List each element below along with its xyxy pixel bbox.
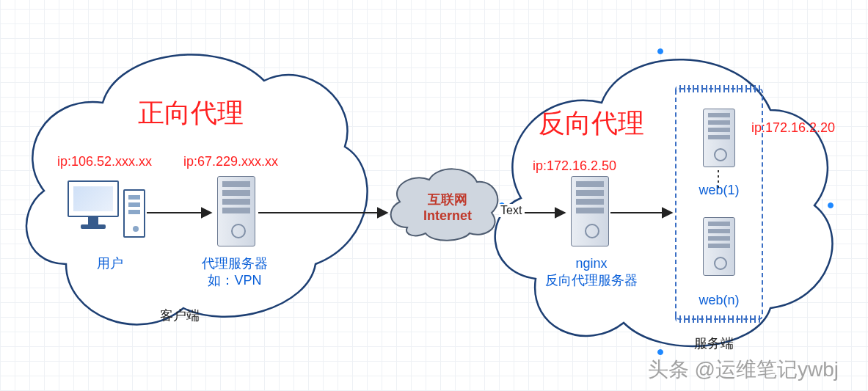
nginx-label: nginx 反向代理服务器	[533, 255, 650, 290]
reverse-proxy-title: 反向代理	[539, 106, 644, 142]
client-footer: 客户端	[160, 307, 200, 324]
nginx-server-icon	[571, 176, 609, 246]
watermark: 头条 @运维笔记ywbj	[648, 356, 839, 384]
proxy-label-line2: 如：VPN	[208, 273, 261, 288]
internet-label: 互联网 Internet	[411, 192, 484, 224]
proxy-label: 代理服务器 如：VPN	[183, 255, 286, 290]
webn-label: web(n)	[690, 292, 748, 309]
selection-handle[interactable]	[828, 202, 834, 208]
nginx-label-line1: nginx	[575, 256, 607, 271]
user-label: 用户	[88, 255, 132, 272]
web1-label: web(1)	[690, 182, 748, 199]
nginx-label-line2: 反向代理服务器	[545, 273, 638, 288]
ellipsis-icon	[718, 170, 719, 188]
proxy-label-line1: 代理服务器	[202, 256, 268, 271]
internet-line1: 互联网	[428, 192, 467, 207]
server-footer: 服务端	[694, 335, 734, 352]
proxy-server-icon	[217, 176, 255, 246]
user-ip: ip:106.52.xxx.xx	[57, 154, 152, 169]
webn-server-icon	[703, 217, 735, 276]
nginx-ip: ip:172.16.2.50	[533, 158, 616, 174]
web-ip: ip:172.16.2.20	[751, 120, 835, 136]
forward-proxy-title: 正向代理	[138, 95, 244, 131]
selection-handle[interactable]	[657, 48, 663, 54]
user-pc-icon	[68, 180, 148, 246]
proxy-ip: ip:67.229.xxx.xx	[183, 154, 278, 169]
selection-handle[interactable]	[657, 349, 663, 355]
right-cloud	[495, 59, 833, 346]
text-label[interactable]: Text	[499, 204, 523, 217]
web1-server-icon	[703, 109, 735, 167]
internet-line2: Internet	[423, 208, 472, 223]
